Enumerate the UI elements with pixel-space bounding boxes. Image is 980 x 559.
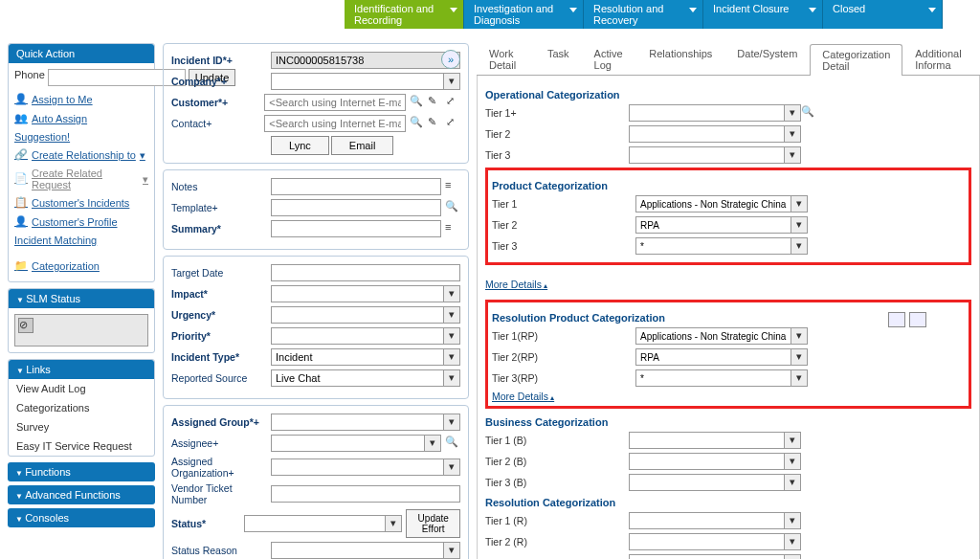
search-icon[interactable]: 🔍 <box>445 200 460 215</box>
view-audit-log-link[interactable]: View Audit Log <box>9 379 154 398</box>
dropdown-icon[interactable]: ▾ <box>443 542 460 559</box>
prod-tier1-select[interactable]: ▾ <box>635 195 808 212</box>
notes-field[interactable] <box>271 178 441 195</box>
dropdown-icon[interactable]: ▾ <box>784 453 801 470</box>
edit-icon[interactable]: ✎ <box>428 95 442 110</box>
email-button[interactable]: Email <box>331 136 394 155</box>
survey-link[interactable]: Survey <box>9 417 154 436</box>
dropdown-icon[interactable]: ▾ <box>443 285 460 302</box>
urgency-select[interactable]: ▾ <box>271 306 460 324</box>
summary-field[interactable] <box>271 220 441 237</box>
menu-icon[interactable]: ≡ <box>445 179 460 194</box>
dropdown-icon[interactable]: ▾ <box>784 512 801 529</box>
refresh-icon[interactable]: » <box>441 50 460 69</box>
dropdown-icon[interactable]: ▾ <box>791 237 808 255</box>
dropdown-icon[interactable]: ▾ <box>784 554 801 559</box>
categorizations-link[interactable]: Categorizations <box>9 398 154 417</box>
biz-tier2-select[interactable]: ▾ <box>629 453 801 470</box>
functions-header[interactable]: Functions <box>8 462 155 481</box>
priority-select[interactable]: ▾ <box>271 327 460 345</box>
op-tier2-select[interactable]: ▾ <box>629 125 801 143</box>
tab-active-log[interactable]: Active Log <box>582 43 637 75</box>
dropdown-icon[interactable]: ▾ <box>443 458 460 476</box>
res-tier3-select[interactable]: ▾ <box>629 554 801 559</box>
dropdown-icon[interactable]: ▾ <box>784 125 801 143</box>
assign-to-me-link[interactable]: 👤Assign to Me <box>14 90 148 109</box>
assigned-group-select[interactable]: ▾ <box>271 414 460 431</box>
categorization-link[interactable]: 📁Categorization <box>14 257 148 276</box>
tab-date-system[interactable]: Date/System <box>724 43 810 75</box>
consoles-header[interactable]: Consoles <box>8 508 155 527</box>
customers-profile-link[interactable]: 👤Customer's Profile <box>14 212 148 232</box>
search-icon[interactable]: 🔍 <box>445 436 460 451</box>
tab-task[interactable]: Task <box>535 43 582 75</box>
customers-incidents-link[interactable]: 📋Customer's Incidents <box>14 193 148 212</box>
dropdown-icon[interactable]: ▾ <box>443 327 460 345</box>
dropdown-icon[interactable]: ▾ <box>784 533 801 550</box>
tab-relationships[interactable]: Relationships <box>636 43 724 75</box>
company-select[interactable]: ▾ <box>271 73 460 90</box>
rp-tier1-select[interactable]: ▾ <box>635 327 808 345</box>
assigned-org-select[interactable]: ▾ <box>271 458 460 476</box>
template-field[interactable] <box>271 199 441 216</box>
incident-type-select[interactable]: ▾ <box>271 348 460 366</box>
workflow-tab-resolution[interactable]: Resolution and Recovery <box>584 0 703 29</box>
dropdown-icon[interactable]: ▾ <box>791 216 808 234</box>
paste-icon[interactable] <box>909 312 926 327</box>
workflow-tab-identification[interactable]: Identification and Recording Normal <box>345 0 464 29</box>
slm-status-header[interactable]: SLM Status <box>9 289 154 308</box>
dropdown-icon[interactable]: ▾ <box>443 306 460 324</box>
status-reason-select[interactable]: ▾ <box>271 542 460 559</box>
prod-tier2-select[interactable]: ▾ <box>635 216 808 234</box>
customer-field[interactable] <box>264 94 406 111</box>
expand-icon[interactable]: ⤢ <box>446 95 460 110</box>
dropdown-icon[interactable]: ▾ <box>443 414 460 431</box>
workflow-tab-investigation[interactable]: Investigation and Diagnosis <box>464 0 584 29</box>
biz-tier3-select[interactable]: ▾ <box>629 474 801 491</box>
lync-button[interactable]: Lync <box>271 136 329 155</box>
easy-it-link[interactable]: Easy IT Service Request <box>9 436 154 456</box>
dropdown-icon[interactable]: ▾ <box>385 515 402 532</box>
more-details-toggle[interactable]: More Details <box>485 279 547 290</box>
res-tier1-select[interactable]: ▾ <box>629 512 801 529</box>
update-effort-button[interactable]: Update Effort <box>406 509 460 538</box>
dropdown-icon[interactable]: ▾ <box>791 369 808 387</box>
dropdown-icon[interactable]: ▾ <box>791 195 808 212</box>
vendor-ticket-field[interactable] <box>271 485 460 503</box>
search-icon[interactable]: 🔍 <box>410 116 424 131</box>
op-tier3-select[interactable]: ▾ <box>629 146 801 164</box>
dropdown-icon[interactable]: ▾ <box>791 348 808 366</box>
expand-icon[interactable]: ⤢ <box>446 116 460 131</box>
rp-tier3-select[interactable]: ▾ <box>635 369 808 387</box>
create-relationship-link[interactable]: 🔗Create Relationship to▾ <box>14 145 148 165</box>
copy-icon[interactable] <box>888 312 905 327</box>
dropdown-icon[interactable]: ▾ <box>784 432 801 449</box>
more-details-toggle-2[interactable]: More Details <box>492 391 554 402</box>
incident-matching-link[interactable]: Incident Matching <box>14 232 148 249</box>
auto-assign-link[interactable]: 👥Auto Assign <box>14 109 148 128</box>
dropdown-icon[interactable]: ▾ <box>784 146 801 164</box>
workflow-tab-closure[interactable]: Incident Closure <box>703 0 823 29</box>
assignee-select[interactable]: ▾ <box>271 435 441 452</box>
search-icon[interactable]: 🔍 <box>801 105 816 121</box>
rp-tier2-select[interactable]: ▾ <box>635 348 808 366</box>
dropdown-icon[interactable]: ▾ <box>791 327 808 345</box>
prod-tier3-select[interactable]: ▾ <box>635 237 808 255</box>
op-tier1-select[interactable]: ▾ <box>629 104 801 122</box>
status-select[interactable]: ▾ <box>244 515 402 532</box>
advanced-functions-header[interactable]: Advanced Functions <box>8 485 155 504</box>
create-related-request-link[interactable]: 📄Create Related Request▾ <box>14 165 148 193</box>
workflow-tab-closed[interactable]: Closed <box>823 0 943 29</box>
dropdown-icon[interactable]: ▾ <box>784 474 801 491</box>
dropdown-icon[interactable]: ▾ <box>784 104 801 122</box>
dropdown-icon[interactable]: ▾ <box>424 435 441 452</box>
edit-icon[interactable]: ✎ <box>428 116 442 131</box>
res-tier2-select[interactable]: ▾ <box>629 533 801 550</box>
target-date-field[interactable] <box>271 264 460 281</box>
dropdown-icon[interactable]: ▾ <box>443 73 460 90</box>
biz-tier1-select[interactable]: ▾ <box>629 432 801 449</box>
menu-icon[interactable]: ≡ <box>445 221 460 236</box>
tab-additional-info[interactable]: Additional Informa <box>902 43 980 75</box>
suggestion-link[interactable]: Suggestion! <box>14 128 148 145</box>
contact-field[interactable] <box>264 115 406 132</box>
